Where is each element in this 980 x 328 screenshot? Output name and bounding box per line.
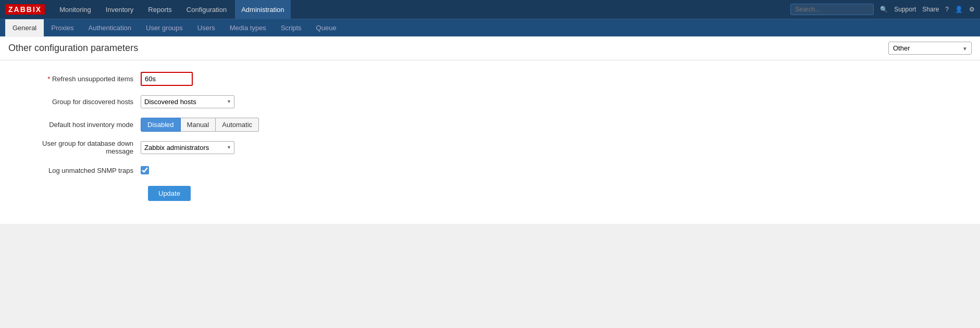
sub-navigation: General Proxies Authentication User grou… [0,19,980,36]
search-icon[interactable]: 🔍 [880,6,888,13]
top-nav-right: 🔍 Support Share ? 👤 ⚙ [790,4,975,15]
help-icon[interactable]: ? [945,6,949,13]
logo[interactable]: ZABBIX [5,4,45,15]
group-label: Group for discovered hosts [16,98,141,106]
user-icon[interactable]: 👤 [955,6,963,13]
subnav-queue[interactable]: Queue [309,19,344,37]
refresh-label: Refresh unsupported items [16,75,141,83]
inventory-btn-group: Disabled Manual Automatic [141,118,259,132]
usergroup-label: User group for database down message [16,140,141,155]
nav-administration[interactable]: Administration [235,0,290,19]
top-navigation: ZABBIX Monitoring Inventory Reports Conf… [0,0,980,19]
page-title: Other configuration parameters [8,43,138,54]
subnav-scripts[interactable]: Scripts [274,19,309,37]
subnav-authentication[interactable]: Authentication [81,19,139,37]
config-select-wrapper: Other GUI HouseKeeping Images Icon mappi… [888,42,972,55]
usergroup-select-container: Zabbix administrators [141,141,234,154]
config-dropdown[interactable]: Other GUI HouseKeeping Images Icon mappi… [888,42,972,55]
share-link[interactable]: Share [922,6,939,13]
nav-monitoring[interactable]: Monitoring [53,0,97,19]
inventory-manual-btn[interactable]: Manual [181,118,216,132]
page-header: Other configuration parameters Other GUI… [0,36,980,60]
nav-inventory[interactable]: Inventory [100,0,140,19]
settings-icon[interactable]: ⚙ [969,6,975,13]
page-content: Other configuration parameters Other GUI… [0,36,980,328]
subnav-mediatypes[interactable]: Media types [222,19,274,37]
subnav-general[interactable]: General [5,19,44,37]
update-button[interactable]: Update [148,186,191,201]
group-select[interactable]: Discovered hosts [141,95,234,108]
subnav-users[interactable]: Users [190,19,222,37]
page-header-right: Other GUI HouseKeeping Images Icon mappi… [888,42,972,55]
top-nav-items: Monitoring Inventory Reports Configurati… [53,0,790,19]
group-row: Group for discovered hosts Discovered ho… [16,94,964,109]
nav-configuration[interactable]: Configuration [180,0,233,19]
update-row: Update [16,185,964,201]
group-select-container: Discovered hosts [141,95,234,108]
subnav-proxies[interactable]: Proxies [44,19,81,37]
inventory-disabled-btn[interactable]: Disabled [141,118,181,132]
search-input[interactable] [790,4,874,15]
usergroup-row: User group for database down message Zab… [16,140,964,155]
support-link[interactable]: Support [894,6,916,13]
snmp-label: Log unmatched SNMP traps [16,167,141,174]
nav-reports[interactable]: Reports [142,0,178,19]
inventory-row: Default host inventory mode Disabled Man… [16,117,964,132]
logo-text: ZABBIX [5,4,45,15]
refresh-row: Refresh unsupported items [16,71,964,86]
form-container: Refresh unsupported items Group for disc… [0,60,980,224]
inventory-label: Default host inventory mode [16,121,141,129]
usergroup-select[interactable]: Zabbix administrators [141,141,234,154]
subnav-usergroups[interactable]: User groups [139,19,190,37]
inventory-automatic-btn[interactable]: Automatic [216,118,259,132]
snmp-checkbox[interactable] [141,166,149,174]
snmp-row: Log unmatched SNMP traps [16,162,964,178]
refresh-input[interactable] [141,72,193,86]
